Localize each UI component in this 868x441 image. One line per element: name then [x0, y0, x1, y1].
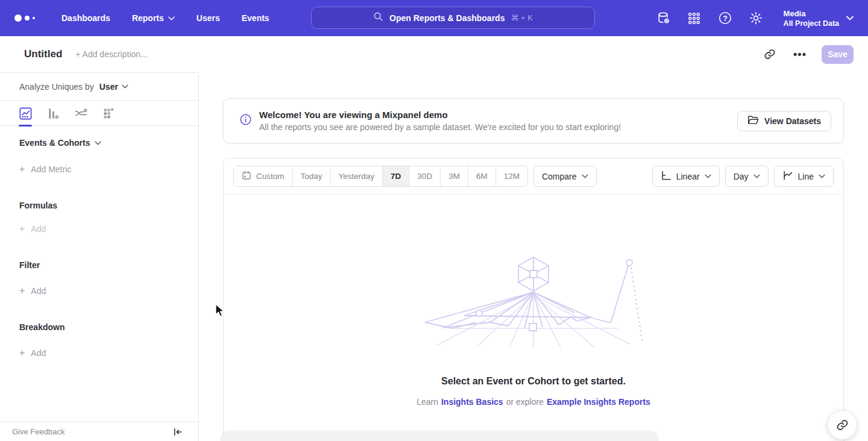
nav-item-label: Events: [242, 13, 269, 23]
give-feedback-link[interactable]: Give Feedback: [12, 427, 64, 436]
more-options-icon[interactable]: •••: [791, 46, 808, 63]
plus-icon: +: [19, 225, 25, 233]
chevron-down-icon: [753, 174, 760, 178]
mixpanel-logo-icon[interactable]: [14, 14, 35, 22]
date-range-12m[interactable]: 12M: [496, 166, 527, 186]
chevron-down-icon: [846, 16, 854, 20]
help-icon[interactable]: ?: [717, 10, 733, 26]
add-filter-button[interactable]: + Add: [19, 286, 179, 296]
search-placeholder: Open Reports & Dashboards: [389, 13, 505, 23]
chevron-down-icon: [582, 174, 588, 178]
view-datasets-label: View Datasets: [764, 116, 821, 126]
add-metric-label: Add Metric: [31, 164, 71, 174]
add-formula-label: Add: [31, 224, 46, 234]
date-range-label: 7D: [391, 172, 401, 181]
tab-bar-chart[interactable]: [46, 106, 60, 120]
empty-state-links: Learn Insights Basics or explore Example…: [417, 397, 650, 407]
project-selector[interactable]: Media All Project Data: [784, 8, 854, 28]
date-range-label: Today: [301, 172, 322, 181]
nav-item-label: Dashboards: [61, 13, 110, 23]
tab-metric-grid[interactable]: [101, 106, 116, 120]
add-metric-button[interactable]: + Add Metric: [19, 164, 179, 174]
filter-header: Filter: [19, 260, 179, 270]
compare-label: Compare: [542, 172, 577, 181]
global-search-input[interactable]: Open Reports & Dashboards ⌘ + K: [311, 7, 595, 29]
filter-label: Filter: [19, 260, 40, 270]
formulas-header: Formulas: [19, 201, 179, 210]
linear-axis-icon: [661, 170, 671, 183]
analyze-by-selector[interactable]: User: [99, 82, 128, 92]
header-actions: ••• Save: [761, 45, 854, 64]
query-builder-sidebar: Analyze Uniques by User: [0, 72, 199, 441]
insights-basics-link[interactable]: Insights Basics: [441, 397, 503, 407]
banner-subtitle: All the reports you see are powered by a…: [259, 121, 621, 133]
report-description-placeholder[interactable]: + Add description...: [75, 49, 147, 59]
nav-right-group: ? Media All Project Data: [656, 8, 854, 28]
date-range-6m[interactable]: 6M: [468, 166, 496, 186]
chevron-down-icon: [168, 16, 175, 20]
report-title[interactable]: Untitled: [24, 48, 62, 60]
save-button[interactable]: Save: [822, 45, 854, 64]
date-range-label: Custom: [256, 172, 285, 181]
top-nav: Dashboards Reports Users Events Open Rep…: [0, 0, 868, 36]
date-range-7d[interactable]: 7D: [383, 166, 409, 186]
breakdown-header: Breakdown: [19, 322, 179, 332]
view-datasets-button[interactable]: View Datasets: [737, 111, 831, 131]
apps-grid-icon[interactable]: [687, 10, 702, 26]
date-range-today[interactable]: Today: [293, 166, 331, 186]
analyze-value: User: [99, 82, 118, 92]
line-chart-icon: [782, 170, 793, 183]
mouse-cursor: [215, 304, 226, 318]
analyze-row: Analyze Uniques by User: [0, 73, 198, 101]
info-icon: [239, 113, 252, 128]
chart-toolbar: Custom Today Yesterday 7D 30D 3M 6M 12M …: [224, 158, 843, 195]
collapse-sidebar-icon[interactable]: [173, 428, 183, 436]
report-main: Welcome! You are viewing a Mixpanel demo…: [199, 72, 868, 441]
add-formula-button[interactable]: + Add: [19, 224, 179, 234]
nav-item-events[interactable]: Events: [242, 13, 269, 23]
granularity-button[interactable]: Day: [725, 166, 769, 187]
tab-flow-sankey[interactable]: [74, 106, 88, 120]
tab-insights-line[interactable]: [18, 106, 33, 120]
data-management-icon[interactable]: [656, 10, 671, 26]
banner-title: Welcome! You are viewing a Mixpanel demo: [259, 108, 621, 121]
search-icon: [373, 11, 383, 24]
events-cohorts-header[interactable]: Events & Cohorts: [19, 138, 179, 148]
scale-selector-button[interactable]: Linear: [652, 166, 720, 187]
analyze-prefix-label: Analyze Uniques by: [19, 82, 94, 92]
copy-link-icon[interactable]: [761, 46, 778, 63]
date-range-3m[interactable]: 3M: [441, 166, 468, 186]
calendar-icon: [242, 170, 251, 182]
add-breakdown-button[interactable]: + Add: [19, 348, 179, 358]
folder-icon: [747, 115, 759, 127]
sidebar-footer: Give Feedback: [0, 422, 198, 441]
chart-type-tabs: [0, 101, 198, 126]
date-range-label: 12M: [504, 172, 520, 181]
report-header: Untitled + Add description... ••• Save: [0, 36, 868, 72]
compare-button[interactable]: Compare: [533, 166, 597, 187]
plus-icon: +: [19, 287, 25, 295]
example-reports-link[interactable]: Example Insights Reports: [547, 397, 650, 407]
nav-item-users[interactable]: Users: [197, 13, 220, 23]
date-range-label: Yesterday: [339, 172, 375, 181]
add-breakdown-label: Add: [31, 348, 46, 358]
nav-item-dashboards[interactable]: Dashboards: [61, 13, 110, 23]
welcome-banner: Welcome! You are viewing a Mixpanel demo…: [223, 98, 844, 143]
chart-type-button[interactable]: Line: [774, 166, 834, 187]
empty-state: Select an Event or Cohort to get started…: [224, 195, 843, 407]
settings-gear-icon[interactable]: [748, 10, 764, 26]
date-range-30d[interactable]: 30D: [409, 166, 441, 186]
date-range-yesterday[interactable]: Yesterday: [331, 166, 383, 186]
nav-item-reports[interactable]: Reports: [132, 13, 175, 23]
chevron-down-icon: [705, 174, 711, 178]
insights-chart-card: Custom Today Yesterday 7D 30D 3M 6M 12M …: [223, 158, 844, 441]
nav-item-label: Reports: [132, 13, 164, 23]
granularity-label: Day: [734, 172, 749, 181]
share-link-fab[interactable]: [828, 410, 857, 440]
middle-text: or explore: [506, 397, 544, 407]
chevron-down-icon: [819, 174, 825, 178]
search-shortcut: ⌘ + K: [511, 13, 533, 22]
formulas-label: Formulas: [19, 201, 57, 210]
events-cohorts-label: Events & Cohorts: [19, 138, 90, 148]
date-range-custom[interactable]: Custom: [234, 166, 293, 186]
